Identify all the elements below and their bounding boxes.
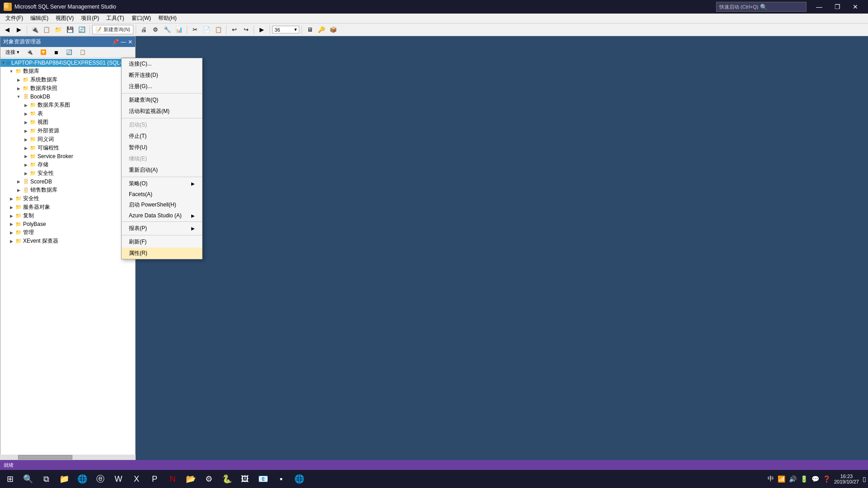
tb-redo[interactable]: ↪	[241, 25, 251, 35]
cm-refresh[interactable]: 刷新(F)	[122, 236, 202, 248]
tree-databases-node[interactable]: ▼ 📁 数据库	[0, 67, 135, 75]
tb-misc2[interactable]: 🔑	[316, 25, 327, 35]
oe-disconnect-btn[interactable]: 🔌	[24, 48, 36, 56]
network-sys-icon[interactable]: 📶	[778, 475, 785, 483]
restore-button[interactable]: ❐	[828, 0, 846, 14]
photos-button[interactable]: 🖼	[237, 471, 253, 487]
tb-settings3[interactable]: 📊	[174, 25, 184, 35]
cm-policies[interactable]: 策略(O) ▶	[122, 178, 202, 189]
oe-minimize[interactable]: —	[121, 39, 126, 45]
tb-back[interactable]: ◀	[2, 25, 13, 35]
tree-synonyms-node[interactable]: ▶ 📁 同义词	[0, 135, 135, 144]
close-button[interactable]: ✕	[846, 0, 864, 14]
cm-restart[interactable]: 重新启动(A)	[122, 164, 202, 176]
tree-tables-node[interactable]: ▶ 📁 表	[0, 109, 135, 118]
oe-refresh-btn[interactable]: 🔄	[63, 48, 75, 56]
task-view-button[interactable]: ⧉	[38, 471, 54, 487]
input-icon[interactable]: 中	[768, 475, 774, 483]
cm-azure-data-studio[interactable]: Azure Data Studio (A) ▶	[122, 211, 202, 221]
tb-cut[interactable]: ✂	[189, 25, 200, 35]
tree-security-node[interactable]: ▶ 📁 安全性	[0, 194, 135, 203]
oe-close[interactable]: ✕	[128, 39, 132, 45]
scrollbar-thumb[interactable]	[18, 455, 72, 460]
tree-serverobjects-node[interactable]: ▶ 📁 服务器对象	[0, 203, 135, 211]
tb-connect[interactable]: 🔌	[29, 25, 40, 35]
tb-print[interactable]: 🖨	[138, 25, 149, 35]
search-button[interactable]: 🔍	[20, 471, 36, 487]
tb-btn5[interactable]: 🔄	[76, 25, 87, 35]
ie-button[interactable]: ⓔ	[92, 471, 108, 487]
tree-management-node[interactable]: ▶ 📁 管理	[0, 228, 135, 237]
python-button[interactable]: 🐍	[219, 471, 235, 487]
zoom-selector[interactable]: 36 ▾	[272, 26, 299, 33]
tree-replication-node[interactable]: ▶ 📁 复制	[0, 211, 135, 220]
cm-new-query[interactable]: 新建查询(Q)	[122, 94, 202, 106]
menu-project[interactable]: 项目(P)	[77, 14, 103, 23]
terminal-button[interactable]: ▪	[273, 471, 289, 487]
minimize-button[interactable]: —	[810, 0, 828, 14]
horizontal-scrollbar[interactable]	[0, 455, 136, 460]
tree-salesdb-node[interactable]: ▶ 🗄 销售数据库	[0, 186, 135, 194]
cm-activity-monitor[interactable]: 活动和监视器(M)	[122, 106, 202, 117]
start-button[interactable]: ⊞	[2, 471, 18, 487]
cm-disconnect[interactable]: 断开连接(D)	[122, 70, 202, 81]
tb-debug[interactable]: ▶	[256, 25, 267, 35]
tree-snapshot-node[interactable]: ▶ 📁 数据库快照	[0, 84, 135, 93]
tb-btn3[interactable]: 📁	[53, 25, 64, 35]
tree-polybase-node[interactable]: ▶ 📁 PolyBase	[0, 220, 135, 228]
oe-stop-btn[interactable]: ⏹	[51, 49, 62, 56]
cm-properties[interactable]: 属性(R)	[122, 248, 202, 259]
cm-reports[interactable]: 报表(P) ▶	[122, 223, 202, 234]
tree-scoredb-node[interactable]: ▶ 🗄 ScoreDB	[0, 178, 135, 186]
tree-bookdb-node[interactable]: ▼ 🗄 BookDB	[0, 93, 135, 101]
menu-edit[interactable]: 编辑(E)	[27, 14, 52, 23]
tb-forward[interactable]: ▶	[14, 25, 24, 35]
tree-storage-node[interactable]: ▶ 📁 存储	[0, 160, 135, 169]
tree-xevent-node[interactable]: ▶ 📁 XEvent 探查器	[0, 237, 135, 245]
outlook-button[interactable]: 📧	[255, 471, 271, 487]
tb-paste[interactable]: 📋	[213, 25, 224, 35]
tree-service-broker-node[interactable]: ▶ 📁 Service Broker	[0, 152, 135, 160]
onenote-button[interactable]: N	[165, 471, 181, 487]
tree-db-security-node[interactable]: ▶ 📁 安全性	[0, 169, 135, 178]
menu-help[interactable]: 帮助(H)	[155, 14, 180, 23]
cm-connect[interactable]: 连接(C)...	[122, 58, 202, 70]
filemanager-button[interactable]: 📂	[183, 471, 199, 487]
tb-undo[interactable]: ↩	[229, 25, 240, 35]
tree-external-node[interactable]: ▶ 📁 外部资源	[0, 127, 135, 135]
settings-button[interactable]: ⚙	[201, 471, 217, 487]
menu-view[interactable]: 视图(V)	[52, 14, 77, 23]
tb-btn2[interactable]: 📋	[41, 25, 52, 35]
quick-launch-search[interactable]: 快速启动 (Ctrl+Q) 🔍	[716, 2, 807, 12]
notification-icon[interactable]: 💬	[811, 475, 819, 483]
oe-summary-btn[interactable]: 📋	[76, 48, 89, 56]
tree-sysdb-node[interactable]: ▶ 📁 系统数据库	[0, 75, 135, 84]
oe-pin[interactable]: 📌	[112, 39, 119, 45]
tree-diagrams-node[interactable]: ▶ 📁 数据库关系图	[0, 101, 135, 109]
cm-register[interactable]: 注册(G)...	[122, 81, 202, 92]
tb-settings1[interactable]: ⚙	[150, 25, 161, 35]
powerpoint-button[interactable]: P	[146, 471, 163, 487]
menu-window[interactable]: 窗口(W)	[128, 14, 155, 23]
battery-icon[interactable]: 🔋	[800, 475, 808, 483]
cm-pause[interactable]: 暂停(U)	[122, 142, 202, 153]
new-query-button[interactable]: 📝 新建查询(N)	[92, 25, 133, 34]
edge-button[interactable]: 🌐	[74, 471, 90, 487]
tb-misc3[interactable]: 📦	[328, 25, 339, 35]
menu-file[interactable]: 文件(F)	[2, 14, 27, 23]
cm-facets[interactable]: Facets(A)	[122, 189, 202, 199]
oe-filter-btn[interactable]: 🔽	[37, 48, 50, 56]
tb-save[interactable]: 💾	[65, 25, 75, 35]
tb-settings2[interactable]: 🔧	[162, 25, 173, 35]
tb-copy[interactable]: 📄	[201, 25, 212, 35]
oe-connect-btn[interactable]: 连接 ▾	[2, 48, 23, 56]
tree-views-node[interactable]: ▶ 📁 视图	[0, 118, 135, 127]
tb-misc1[interactable]: 🖥	[304, 25, 315, 35]
menu-tools[interactable]: 工具(T)	[103, 14, 127, 23]
word-button[interactable]: W	[110, 471, 127, 487]
network-button[interactable]: 🌐	[291, 471, 307, 487]
tree-server-node[interactable]: ▼ 🖥 LAPTOP-FNBAP884\SQLEXPRESS01 (SQL-Se…	[0, 59, 135, 67]
cm-stop[interactable]: 停止(T)	[122, 131, 202, 142]
help-icon[interactable]: ❓	[823, 475, 830, 483]
excel-button[interactable]: X	[128, 471, 145, 487]
